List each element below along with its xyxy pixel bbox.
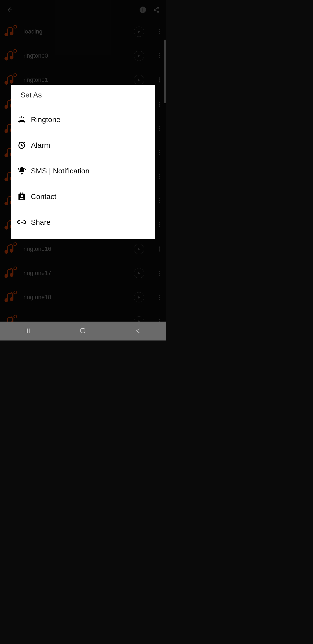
svg-point-10 — [21, 195, 23, 197]
dialog-item-ringtone[interactable]: Ringtone — [11, 106, 155, 132]
link-icon — [17, 218, 26, 226]
recents-icon — [24, 328, 31, 334]
contact-icon — [17, 192, 26, 201]
dialog-item-label: Share — [31, 218, 51, 226]
nav-back-icon — [135, 328, 141, 334]
recents-button[interactable] — [24, 328, 31, 335]
dialog-item-label: Ringtone — [31, 115, 60, 124]
svg-rect-11 — [81, 328, 85, 333]
dialog-item-alarm[interactable]: Alarm — [11, 132, 155, 158]
set-as-dialog: Set As Ringtone Alarm SMS | Notification… — [11, 85, 155, 239]
dialog-item-label: Contact — [31, 192, 56, 201]
notification-icon — [17, 166, 26, 175]
back-nav-button[interactable] — [135, 328, 141, 335]
ring-volume-icon — [17, 115, 26, 124]
dialog-item-label: Alarm — [31, 141, 50, 150]
svg-rect-8 — [20, 192, 21, 194]
alarm-icon — [17, 141, 26, 150]
svg-rect-9 — [22, 192, 23, 194]
home-button[interactable] — [79, 328, 86, 335]
dialog-item-label: SMS | Notification — [31, 167, 89, 175]
dialog-title: Set As — [11, 91, 155, 99]
dialog-item-share[interactable]: Share — [11, 209, 155, 235]
dialog-item-contact[interactable]: Contact — [11, 184, 155, 209]
home-icon — [79, 328, 86, 334]
android-navbar — [0, 322, 166, 340]
dialog-item-sms[interactable]: SMS | Notification — [11, 158, 155, 184]
